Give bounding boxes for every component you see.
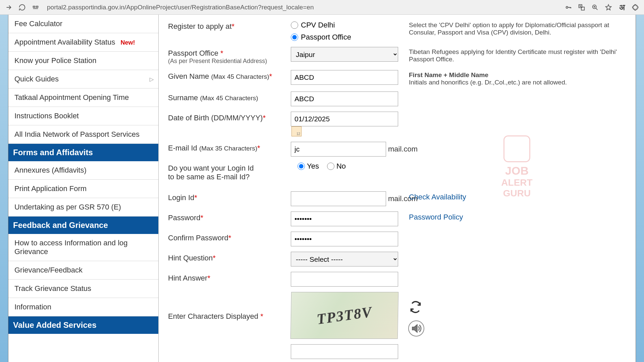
check-availability-link[interactable]: Check Availability — [409, 193, 466, 201]
forward-icon[interactable] — [4, 3, 13, 12]
password-policy-link[interactable]: Password Policy — [409, 213, 463, 221]
sidebar-tatkaal[interactable]: Tatkaal Appointment Opening Time — [8, 88, 158, 107]
sidebar-police-station[interactable]: Know your Police Station — [8, 52, 158, 70]
url-bar[interactable]: portal2.passportindia.gov.in/AppOnlinePr… — [44, 2, 559, 13]
confirm-password-label: Confirm Password* — [168, 232, 291, 242]
sidebar-header-feedback: Feedback and Grievance — [8, 217, 158, 234]
sidebar-track-grievance[interactable]: Track Grievance Status — [8, 280, 158, 298]
sidebar-fee-calculator[interactable]: Fee Calculator — [8, 15, 158, 33]
password-input[interactable] — [291, 212, 398, 226]
surname-input[interactable] — [291, 92, 398, 106]
hint-answer-label: Hint Answer* — [168, 272, 291, 283]
given-name-help: First Name + Middle NameInitials and hon… — [405, 70, 626, 86]
sidebar-grievance-feedback[interactable]: Grievance/Feedback — [8, 261, 158, 280]
radio-cpv-delhi[interactable]: CPV Delhi — [291, 21, 405, 29]
language-indicator[interactable]: अ — [617, 3, 627, 12]
registration-form: JOB ALERT GURU Register to apply at* CPV… — [159, 15, 636, 362]
po-label: Passport Office * (As per Present Reside… — [168, 47, 291, 65]
email-prefix-input[interactable] — [291, 142, 386, 157]
radio-sameid-yes[interactable]: Yes — [298, 162, 319, 171]
refresh-captcha-icon[interactable] — [408, 300, 423, 314]
dob-label: Date of Birth (DD/MM/YYYY)* — [168, 112, 291, 122]
translate-icon[interactable] — [577, 3, 586, 12]
sidebar-appointment-status[interactable]: Appointment Availability StatusNew! — [8, 33, 158, 52]
register-help: Select the 'CPV Delhi' option to apply f… — [405, 20, 626, 36]
hint-answer-input[interactable] — [291, 272, 398, 287]
sidebar-quick-guides[interactable]: Quick Guides — [8, 70, 158, 88]
svg-rect-0 — [33, 6, 35, 7]
hint-question-select[interactable]: ----- Select ----- — [291, 252, 398, 266]
sidebar: Fee Calculator Appointment Availability … — [8, 15, 159, 362]
email-label: E-mail Id (Max 35 Characters)* — [168, 142, 291, 153]
captcha-input[interactable] — [291, 344, 398, 359]
sidebar-information[interactable]: Information — [8, 298, 158, 316]
po-help: Tibetan Refugees applying for Identity C… — [405, 47, 626, 63]
calendar-icon[interactable] — [291, 126, 302, 136]
passport-office-select[interactable]: Jaipur — [291, 47, 398, 62]
sidebar-print-form[interactable]: Print Application Form — [8, 180, 158, 198]
captcha-image: TP3T8V — [290, 292, 398, 339]
radio-sameid-no[interactable]: No — [327, 162, 346, 171]
site-info-icon[interactable] — [31, 3, 40, 12]
confirm-password-input[interactable] — [291, 232, 398, 246]
sidebar-header-forms: Forms and Affidavits — [8, 144, 158, 161]
sidebar-undertaking[interactable]: Undertaking as per GSR 570 (E) — [8, 198, 158, 217]
given-name-label: Given Name (Max 45 Characters)* — [168, 70, 291, 81]
audio-captcha-icon[interactable] — [408, 320, 424, 337]
browser-toolbar: portal2.passportindia.gov.in/AppOnlinePr… — [0, 0, 644, 15]
sidebar-network[interactable]: All India Network of Passport Services — [8, 125, 158, 144]
sidebar-annexures[interactable]: Annexures (Affidavits) — [8, 161, 158, 180]
reload-icon[interactable] — [17, 3, 27, 12]
register-at-label: Register to apply at* — [168, 20, 291, 31]
captcha-label: Enter Characters Displayed * — [168, 310, 291, 321]
zoom-icon[interactable] — [590, 3, 600, 12]
key-icon[interactable] — [564, 3, 573, 12]
login-id-input[interactable] — [291, 191, 386, 206]
sameid-label: Do you want your Login Id to be same as … — [168, 162, 291, 181]
svg-point-2 — [566, 6, 568, 8]
surname-label: Surname (Max 45 Characters) — [168, 92, 291, 102]
radio-passport-office[interactable]: Passport Office — [291, 33, 405, 42]
sidebar-access-info[interactable]: How to access Information and log Grieva… — [8, 234, 158, 261]
svg-rect-1 — [36, 6, 38, 7]
bookmark-star-icon[interactable] — [604, 3, 613, 12]
email-suffix: mail.com — [386, 145, 421, 154]
given-name-input[interactable] — [291, 70, 398, 85]
hint-question-label: Hint Question* — [168, 252, 291, 262]
sidebar-instructions[interactable]: Instructions Booklet — [8, 107, 158, 125]
new-badge: New! — [120, 39, 135, 46]
login-id-label: Login Id* — [168, 191, 291, 202]
extension-icon[interactable] — [631, 3, 640, 12]
dob-input[interactable] — [291, 112, 398, 126]
password-label: Password* — [168, 212, 291, 222]
sidebar-header-vas: Value Added Services — [8, 316, 158, 334]
